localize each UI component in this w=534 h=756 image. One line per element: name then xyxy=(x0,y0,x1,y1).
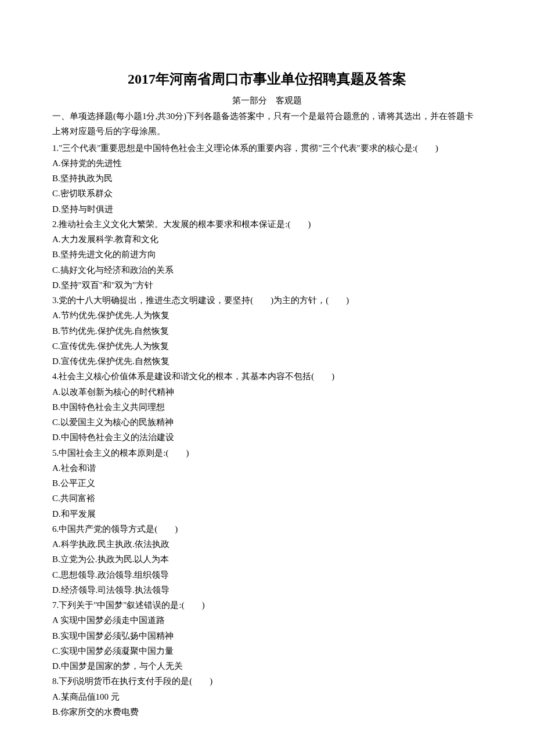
option: D.和平发展 xyxy=(52,506,482,521)
option: A.社会和谐 xyxy=(52,460,482,476)
option: B.立党为公.执政为民.以人为本 xyxy=(52,552,482,567)
section-header: 第一部分 客观题 xyxy=(52,95,482,106)
instructions: 一、单项选择题(每小题1分,共30分)下列各题备选答案中，只有一个是最符合题意的… xyxy=(52,109,482,139)
option: B.实现中国梦必须弘扬中国精神 xyxy=(52,628,482,643)
question-text: 4.社会主义核心价值体系是建设和谐文化的根本，其基本内容不包括( ) xyxy=(52,369,482,384)
option: C.思想领导.政治领导.组织领导 xyxy=(52,567,482,582)
option: C.宣传优先.保护优先.人为恢复 xyxy=(52,339,482,354)
option: A.以改革创新为核心的时代精神 xyxy=(52,384,482,399)
option: B.你家所交的水费电费 xyxy=(52,704,482,719)
option: A.科学执政.民主执政.依法执政 xyxy=(52,537,482,552)
question-text: 5.中国社会主义的根本原则是:( ) xyxy=(52,445,482,460)
option: B.中国特色社会主义共同理想 xyxy=(52,399,482,415)
option: D.坚持与时俱进 xyxy=(52,201,482,217)
option: A.某商品值100 元 xyxy=(52,689,482,704)
option: B.节约优先.保护优先.自然恢复 xyxy=(52,323,482,339)
question-text: 3.党的十八大明确提出，推进生态文明建设，要坚持( )为主的方针，( ) xyxy=(52,293,482,308)
option: A.节约优先.保护优先.人为恢复 xyxy=(52,308,482,323)
option: C.搞好文化与经济和政治的关系 xyxy=(52,262,482,278)
option: B.坚持执政为民 xyxy=(52,171,482,186)
question-text: 8.下列说明货币在执行支付手段的是( ) xyxy=(52,674,482,689)
question-text: 6.中国共产党的领导方式是( ) xyxy=(52,521,482,537)
option: C.密切联系群众 xyxy=(52,186,482,201)
option: D.中国特色社会主义的法治建设 xyxy=(52,430,482,445)
option: C.以爱国主义为核心的民族精神 xyxy=(52,415,482,430)
question-text: 7.下列关于"中国梦"叙述错误的是:( ) xyxy=(52,597,482,613)
document-title: 2017年河南省周口市事业单位招聘真题及答案 xyxy=(52,70,482,88)
option: A.大力发展科学.教育和文化 xyxy=(52,232,482,247)
option: D.宣传优先.保护优先.自然恢复 xyxy=(52,354,482,369)
option: A.保持党的先进性 xyxy=(52,156,482,171)
option: B.公平正义 xyxy=(52,476,482,491)
option: C.共同富裕 xyxy=(52,491,482,506)
option: C.实现中国梦必须凝聚中国力量 xyxy=(52,643,482,658)
option: D.经济领导.司法领导.执法领导 xyxy=(52,582,482,597)
option: D.中国梦是国家的梦，与个人无关 xyxy=(52,658,482,674)
option: A 实现中国梦必须走中国道路 xyxy=(52,613,482,628)
question-text: 1."三个代表"重要思想是中国特色社会主义理论体系的重要内容，贯彻"三个代表"要… xyxy=(52,141,482,156)
question-text: 2.推动社会主义文化大繁荣。大发展的根本要求和根本保证是:( ) xyxy=(52,217,482,232)
option: D.坚持"双百"和"双为"方针 xyxy=(52,278,482,293)
option: B.坚持先进文化的前进方向 xyxy=(52,247,482,262)
